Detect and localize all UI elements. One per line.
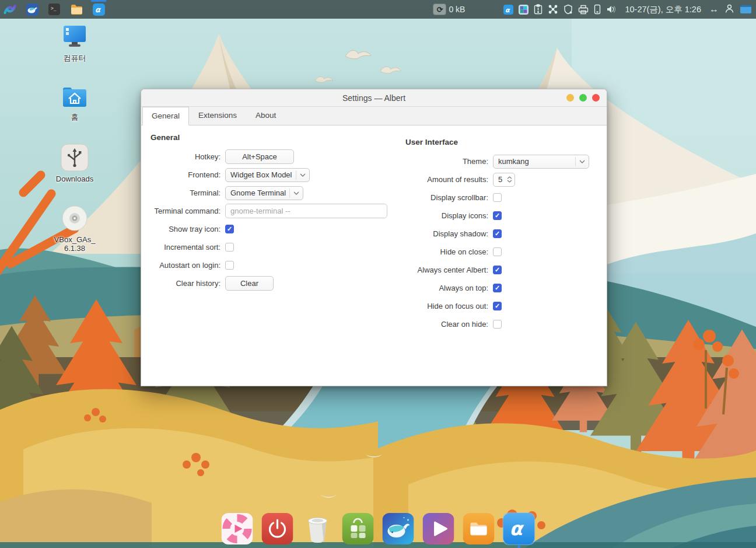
whale-browser-icon[interactable] <box>26 3 38 16</box>
hotkey-row: Hotkey: Alt+Space <box>150 149 401 164</box>
clock[interactable]: 10-27(금), 오후 1:26 <box>622 4 704 15</box>
hotkey-label: Hotkey: <box>150 152 225 161</box>
titlebar[interactable]: Settings — Albert <box>141 89 607 107</box>
dock-software-store-icon[interactable] <box>342 512 374 545</box>
checkbox-display-scrollbar[interactable] <box>493 193 502 202</box>
active-app-indicator <box>91 0 106 2</box>
checkbox-always-center-albert[interactable] <box>493 266 502 274</box>
usb-drive-icon <box>61 144 89 172</box>
computer-icon <box>60 25 90 50</box>
tab-about[interactable]: About <box>246 106 285 125</box>
albert-tray-icon[interactable]: α <box>503 5 513 15</box>
frontend-value: Widget Box Model <box>230 170 292 179</box>
maximize-button[interactable] <box>579 94 587 102</box>
removable-device-icon[interactable] <box>594 4 601 15</box>
terminal-row: Terminal: Gnome Terminal <box>150 186 401 200</box>
desktop-icon-downloads[interactable]: Downloads <box>52 144 97 183</box>
theme-select[interactable]: kumkang <box>493 155 589 169</box>
ui-option-row: Always center Albert: <box>405 263 604 277</box>
autostart-row: Autostart on login: <box>150 258 401 273</box>
clear-history-button[interactable]: Clear <box>225 276 274 291</box>
results-row: Amount of results: 5 <box>405 172 604 187</box>
hotkey-button[interactable]: Alt+Space <box>225 149 294 164</box>
terminal-command-input[interactable] <box>225 204 387 218</box>
theme-label: Theme: <box>405 157 493 166</box>
files-icon[interactable] <box>70 3 83 16</box>
albert-icon[interactable]: α <box>92 3 105 16</box>
checkbox-incremental-sort[interactable] <box>225 243 234 252</box>
user-interface-heading: User Interface <box>405 138 604 146</box>
desktop-icon-home[interactable]: 홈 <box>52 85 97 123</box>
clear-on-hide-label: Clear on hide: <box>405 320 493 329</box>
autostart-label: Autostart on login: <box>150 261 225 270</box>
dock-trash-icon[interactable] <box>302 512 334 545</box>
printer-icon[interactable] <box>578 5 589 15</box>
ui-option-row: Display scrollbar: <box>405 190 604 205</box>
spin-up-icon[interactable] <box>507 176 512 179</box>
frontend-row: Frontend: Widget Box Model <box>150 167 401 182</box>
hide-on-close-label: Hide on close: <box>405 247 493 256</box>
terminal-value: Gnome Terminal <box>230 189 286 197</box>
terminal-select[interactable]: Gnome Terminal <box>225 186 303 200</box>
terminal-command-label: Terminal command: <box>150 207 225 215</box>
dock-albert-icon[interactable]: α <box>503 512 536 545</box>
frontend-label: Frontend: <box>150 170 225 179</box>
tab-content-general: General Hotkey: Alt+Space Frontend: Widg… <box>141 125 607 386</box>
ui-option-row: Display shadow: <box>405 226 604 241</box>
checkbox-display-shadow[interactable] <box>493 229 502 238</box>
ui-checkbox-rows: Display scrollbar: Display icons: Displa… <box>405 190 604 331</box>
volume-icon[interactable] <box>606 5 617 14</box>
dock-menu-pinwheel-icon[interactable] <box>221 512 254 545</box>
cd-disc-icon <box>61 204 89 232</box>
clipboard-icon[interactable] <box>534 4 542 15</box>
checkbox-always-on-top[interactable] <box>493 284 502 292</box>
incremental-sort-row: Incremental sort: <box>150 240 401 254</box>
dock-files-icon[interactable] <box>463 512 495 545</box>
settings-window: Settings — Albert General Extensions Abo… <box>141 89 607 386</box>
security-shield-icon[interactable] <box>564 4 573 15</box>
ui-option-row: Clear on hide: <box>405 317 604 331</box>
always-center-albert-label: Always center Albert: <box>405 266 493 274</box>
clear-history-label: Clear history: <box>150 279 225 288</box>
user-icon[interactable] <box>724 4 734 15</box>
checkbox-autostart[interactable] <box>225 261 234 270</box>
top-panel: >_ α ⟳ 0 kB α <box>0 0 756 19</box>
desktop-icon-vbox-cd[interactable]: VBox_GAs_6.1.38 <box>52 204 97 253</box>
terminal-label: Terminal: <box>150 189 225 197</box>
tab-general[interactable]: General <box>142 107 189 125</box>
terminal-icon[interactable]: >_ <box>48 3 61 16</box>
checkbox-display-icons[interactable] <box>493 211 502 220</box>
network-share-icon[interactable] <box>548 4 558 15</box>
hamonikr-logo-icon[interactable] <box>4 3 16 16</box>
resize-arrows-icon[interactable]: ↔ <box>709 4 719 15</box>
ui-option-row: Hide on close: <box>405 245 604 259</box>
results-spinbox[interactable]: 5 <box>493 173 515 187</box>
net-speed-label: 0 kB <box>449 5 465 14</box>
clear-history-row: Clear history: Clear <box>150 276 401 291</box>
minimize-button[interactable] <box>566 94 574 102</box>
network-speed-widget[interactable]: ⟳ 0 kB <box>433 4 465 15</box>
desktop-icon-computer[interactable]: 컴퓨터 <box>52 25 97 64</box>
show-tray-row: Show tray icon: <box>150 222 401 236</box>
checkbox-clear-on-hide[interactable] <box>493 320 502 329</box>
frontend-select[interactable]: Widget Box Model <box>225 168 310 182</box>
home-folder-icon <box>60 85 89 109</box>
dock-power-icon[interactable] <box>261 512 294 545</box>
results-value: 5 <box>494 175 507 184</box>
tab-extensions[interactable]: Extensions <box>189 106 246 125</box>
input-method-icon[interactable] <box>519 5 528 15</box>
checkbox-show-tray-icon[interactable] <box>225 225 234 233</box>
spin-down-icon[interactable] <box>507 180 512 183</box>
ui-option-row: Always on top: <box>405 281 604 295</box>
dock-media-player-icon[interactable] <box>422 512 455 545</box>
workspace-switcher[interactable] <box>740 5 751 13</box>
dock-whale-browser-icon[interactable] <box>382 512 415 545</box>
svg-text:>_: >_ <box>51 6 57 11</box>
close-button[interactable] <box>592 94 600 102</box>
sync-arrows-icon: ⟳ <box>433 4 446 15</box>
show-tray-label: Show tray icon: <box>150 225 225 233</box>
checkbox-hide-on-focus-out[interactable] <box>493 302 502 310</box>
checkbox-hide-on-close[interactable] <box>493 247 502 256</box>
running-indicator <box>517 545 520 548</box>
ui-option-row: Hide on focus out: <box>405 299 604 313</box>
